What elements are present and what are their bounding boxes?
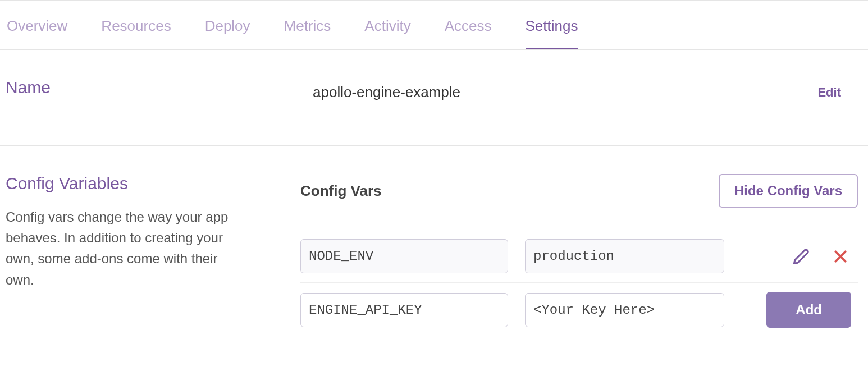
tab-overview[interactable]: Overview bbox=[7, 17, 67, 49]
name-section: Name apollo-engine-example Edit bbox=[0, 50, 868, 146]
hide-config-vars-button[interactable]: Hide Config Vars bbox=[719, 174, 858, 208]
add-config-var-button[interactable]: Add bbox=[766, 292, 851, 328]
delete-icon[interactable] bbox=[832, 248, 849, 265]
tab-metrics[interactable]: Metrics bbox=[284, 17, 331, 49]
edit-name-button[interactable]: Edit bbox=[817, 85, 841, 100]
tab-resources[interactable]: Resources bbox=[101, 17, 171, 49]
name-section-title: Name bbox=[6, 78, 300, 97]
config-section: Config Variables Config vars change the … bbox=[0, 146, 868, 365]
config-var-key-input[interactable] bbox=[300, 239, 508, 273]
tab-deploy[interactable]: Deploy bbox=[205, 17, 250, 49]
nav-tabs: Overview Resources Deploy Metrics Activi… bbox=[0, 0, 868, 50]
config-section-title: Config Variables bbox=[6, 174, 300, 193]
new-config-var-value-input[interactable] bbox=[525, 293, 724, 327]
edit-icon[interactable] bbox=[793, 248, 810, 265]
app-name-value: apollo-engine-example bbox=[313, 84, 460, 101]
new-config-var-key-input[interactable] bbox=[300, 293, 508, 327]
tab-access[interactable]: Access bbox=[445, 17, 492, 49]
config-var-row bbox=[300, 230, 858, 283]
config-section-description: Config vars change the way your app beha… bbox=[6, 207, 241, 290]
tab-activity[interactable]: Activity bbox=[364, 17, 410, 49]
tab-settings[interactable]: Settings bbox=[526, 17, 578, 49]
config-var-value-input[interactable] bbox=[525, 239, 724, 273]
config-var-new-row: Add bbox=[300, 283, 858, 337]
config-vars-header: Config Vars bbox=[300, 182, 381, 200]
